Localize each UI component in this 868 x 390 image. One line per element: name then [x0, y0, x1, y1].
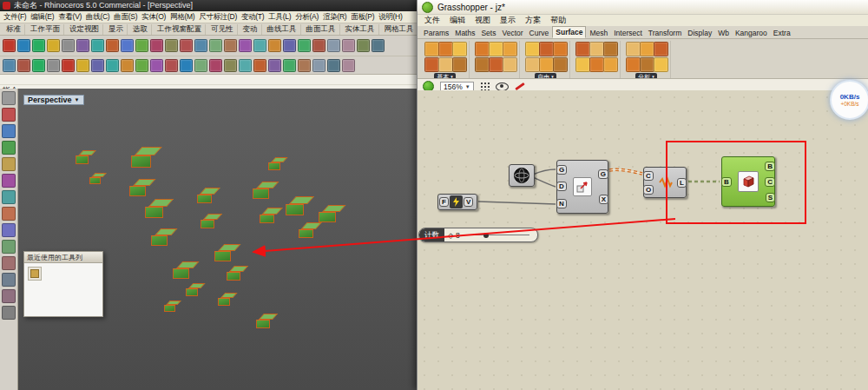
rhino-toolbar-tab[interactable]: 显示: [105, 24, 128, 35]
component-icon[interactable]: [503, 42, 517, 56]
gh-node-morph[interactable]: G D N G X: [556, 160, 608, 214]
port-input-o[interactable]: O: [643, 185, 654, 195]
toolbar-icon[interactable]: [47, 39, 60, 52]
component-icon[interactable]: [553, 57, 568, 72]
grasshopper-title-bar[interactable]: Grasshopper - jz*: [418, 0, 868, 15]
rhino-menu-item[interactable]: 文件(F): [3, 12, 26, 23]
toolbar-icon[interactable]: [253, 59, 266, 72]
component-icon[interactable]: [589, 42, 604, 56]
component-icon[interactable]: [589, 57, 604, 72]
rhino-toolbar-tab[interactable]: 曲面工具: [303, 24, 340, 35]
component-icon[interactable]: [626, 57, 641, 72]
component-icon[interactable]: [626, 42, 641, 56]
gh-tab-sets[interactable]: Sets: [478, 28, 498, 38]
rhino-toolbar-tab[interactable]: 变动: [240, 24, 262, 35]
component-icon[interactable]: [654, 42, 668, 56]
component-icon[interactable]: [438, 57, 453, 72]
toolbar-icon[interactable]: [180, 39, 193, 52]
gh-menu-item[interactable]: 文件: [424, 15, 440, 26]
side-toolbar-icon[interactable]: [2, 157, 16, 171]
side-toolbar-icon[interactable]: [2, 174, 16, 188]
toolbar-icon[interactable]: [342, 39, 355, 52]
toolbar-icon[interactable]: [165, 59, 178, 72]
toolbar-icon[interactable]: [283, 59, 296, 72]
port-input-d[interactable]: D: [556, 182, 567, 191]
component-icon[interactable]: [452, 57, 467, 72]
toolbar-icon[interactable]: [239, 39, 252, 52]
toolbar-icon[interactable]: [165, 39, 178, 52]
gh-menu-item[interactable]: 显示: [500, 15, 516, 26]
toolbar-icon[interactable]: [312, 59, 326, 72]
port-output-g[interactable]: G: [598, 169, 608, 179]
toolbar-icon[interactable]: [91, 59, 104, 72]
gh-tab-surface[interactable]: Surface: [552, 26, 586, 38]
gh-number-slider[interactable]: 计数 ◇ 8: [418, 228, 538, 242]
perspective-viewport[interactable]: Perspective ▼ 最近使用的工具列: [18, 89, 417, 390]
toolbar-icon[interactable]: [106, 59, 119, 72]
toolbar-icon[interactable]: [342, 59, 355, 72]
toolbar-icon[interactable]: [150, 39, 163, 52]
toolbar-icon[interactable]: [106, 39, 119, 52]
toolbar-icon[interactable]: [135, 59, 148, 72]
side-toolbar-icon[interactable]: [2, 108, 16, 122]
port-input-f[interactable]: F: [439, 197, 449, 207]
grasshopper-canvas[interactable]: F V G D N G X: [418, 90, 868, 390]
rhino-menu-item[interactable]: 变动(T): [241, 12, 264, 23]
gh-menu-item[interactable]: 编辑: [450, 15, 465, 26]
toolbar-icon[interactable]: [17, 59, 30, 72]
toolbar-icon[interactable]: [121, 59, 134, 72]
component-icon[interactable]: [424, 42, 439, 56]
component-icon[interactable]: [489, 42, 503, 56]
network-speed-badge[interactable]: 0KB/s +0KB/s: [830, 80, 868, 120]
sketch-pen-icon[interactable]: [515, 83, 525, 90]
port-output-x[interactable]: X: [599, 195, 608, 204]
toolbar-icon[interactable]: [312, 39, 326, 52]
rhino-menu-item[interactable]: 曲面(S): [114, 12, 137, 23]
gh-tab-vector[interactable]: Vector: [499, 28, 525, 38]
gh-tab-params[interactable]: Params: [421, 28, 451, 38]
gh-tab-intersect[interactable]: Intersect: [611, 28, 645, 38]
component-icon[interactable]: [539, 57, 554, 72]
slider-grip[interactable]: [483, 233, 489, 238]
toolbar-icon[interactable]: [32, 39, 45, 52]
viewport-title-dropdown[interactable]: Perspective ▼: [23, 95, 84, 105]
toolbar-item-icon[interactable]: [28, 267, 42, 281]
rhino-toolbar-tab[interactable]: 可见性: [207, 24, 238, 35]
gh-tab-wb[interactable]: Wb: [715, 28, 732, 38]
component-icon[interactable]: [475, 57, 490, 72]
side-toolbar-icon[interactable]: [2, 256, 16, 270]
component-icon[interactable]: [489, 57, 503, 72]
component-icon[interactable]: [640, 42, 654, 56]
rhino-toolbar-tab[interactable]: 曲线工具: [264, 24, 301, 35]
toolbar-icon[interactable]: [76, 59, 89, 72]
rhino-toolbar-tab[interactable]: 网格工具: [381, 24, 418, 35]
side-toolbar-icon[interactable]: [2, 190, 16, 204]
toolbar-icon[interactable]: [209, 39, 222, 52]
component-icon[interactable]: [503, 57, 517, 72]
recent-toolbar-popup[interactable]: 最近使用的工具列: [23, 251, 103, 317]
gh-node-longest-list[interactable]: C O L: [643, 167, 687, 198]
port-output-c[interactable]: C: [765, 177, 775, 187]
group-label-badge[interactable]: 基本▾: [434, 73, 456, 79]
rhino-menu-item[interactable]: 尺寸标注(D): [199, 12, 237, 23]
port-output-v[interactable]: V: [464, 197, 473, 207]
toolbar-icon[interactable]: [268, 39, 281, 52]
rhino-menu-item[interactable]: 实体(O): [141, 12, 166, 23]
toolbar-icon[interactable]: [150, 59, 163, 72]
side-toolbar-icon[interactable]: [2, 124, 16, 138]
group-label-badge[interactable]: 自由▾: [535, 73, 556, 79]
component-icon[interactable]: [640, 57, 654, 72]
toolbar-icon[interactable]: [180, 59, 193, 72]
toolbar-icon[interactable]: [253, 39, 266, 52]
toolbar-icon[interactable]: [62, 59, 75, 72]
rhino-menu-item[interactable]: 渲染(R): [323, 12, 346, 23]
toolbar-icon[interactable]: [3, 39, 16, 52]
toolbar-icon[interactable]: [327, 39, 340, 52]
toolbar-icon[interactable]: [224, 59, 237, 72]
rhino-menu-item[interactable]: 工具(L): [268, 12, 291, 23]
component-icon[interactable]: [553, 42, 568, 56]
rhino-toolbar-tab[interactable]: 实体工具: [342, 24, 379, 35]
component-icon[interactable]: [603, 57, 618, 72]
toolbar-icon[interactable]: [3, 59, 16, 72]
side-toolbar-icon[interactable]: [2, 240, 16, 254]
